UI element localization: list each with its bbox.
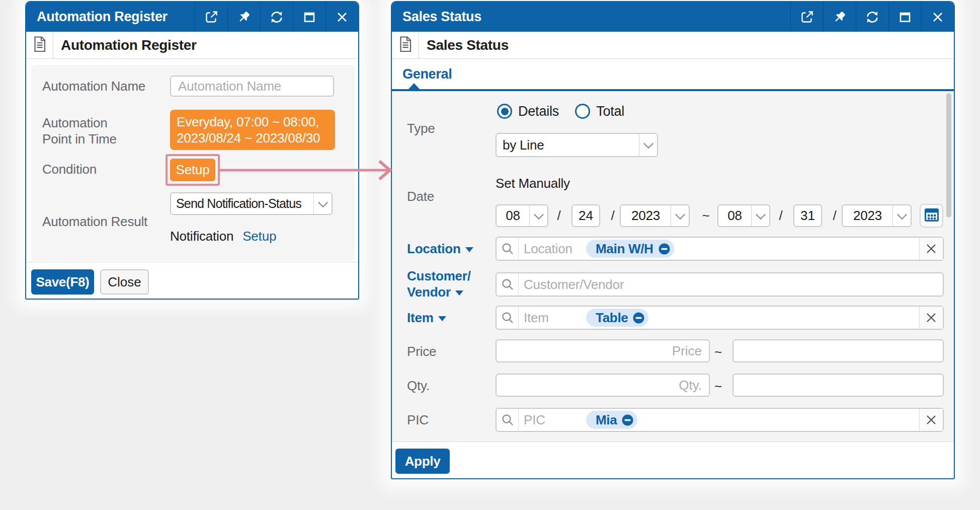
type-by-select[interactable]: by Line <box>496 133 658 157</box>
qty-label: Qty. <box>407 379 430 393</box>
tab-general[interactable]: General <box>392 66 452 82</box>
remove-tag-icon[interactable] <box>622 414 633 426</box>
automation-register-titlebar: Automation Register <box>26 2 358 32</box>
search-icon <box>500 241 515 256</box>
item-label[interactable]: Item <box>407 311 446 325</box>
automation-register-header-row: Automation Register <box>26 32 358 59</box>
from-month-select[interactable]: 08 <box>496 204 548 227</box>
open-new-window-button[interactable] <box>195 2 227 32</box>
document-icon <box>32 36 47 55</box>
from-year-select[interactable]: 2023 <box>620 204 690 227</box>
notification-setup-link[interactable]: Setup <box>242 229 276 244</box>
close-dialog-button[interactable]: Close <box>100 269 149 295</box>
search-icon-cell <box>497 273 519 296</box>
qty-from-input[interactable] <box>496 374 710 397</box>
point-in-time-label: Automation Point in Time <box>42 115 117 147</box>
from-day-input[interactable] <box>571 204 600 227</box>
search-icon-cell <box>497 409 519 431</box>
select-chevron-cell <box>313 193 332 214</box>
price-from-input[interactable] <box>496 339 710 362</box>
automation-point-in-time-value[interactable]: Everyday, 07:00 ~ 08:00, 2023/08/24 ~ 20… <box>170 110 335 150</box>
automation-register-form-panel: Automation Name Automation Point in Time… <box>31 65 355 261</box>
close-button[interactable] <box>921 2 954 32</box>
customer-vendor-label[interactable]: Customer/ Vendor <box>407 268 471 300</box>
sales-status-footer: Apply <box>392 442 954 478</box>
radio-details-label[interactable]: Details <box>518 104 559 119</box>
open-new-window-icon <box>203 9 219 25</box>
sales-status-titlebar: Sales Status <box>392 2 954 32</box>
item-clear-button[interactable] <box>919 307 943 329</box>
remove-tag-icon[interactable] <box>633 312 644 324</box>
chevron-down-icon <box>756 209 766 220</box>
search-icon-cell <box>497 238 519 260</box>
refresh-button[interactable] <box>260 2 293 32</box>
window-controls <box>790 2 954 32</box>
search-body: Item Table <box>519 307 919 329</box>
maximize-button[interactable] <box>888 2 921 32</box>
radio-details[interactable] <box>497 104 512 119</box>
radio-total[interactable] <box>575 104 590 119</box>
sales-status-tabbar: General <box>392 59 954 91</box>
radio-selected-dot <box>501 108 509 115</box>
remove-tag-icon[interactable] <box>659 243 670 255</box>
automation-name-input[interactable] <box>170 76 334 97</box>
pic-search-field[interactable]: PIC Mia <box>496 408 944 432</box>
label-dropdown-icon <box>438 316 446 321</box>
calendar-button[interactable] <box>920 204 943 228</box>
chevron-down-icon <box>643 138 654 149</box>
chevron-down-icon <box>534 209 544 220</box>
type-label: Type <box>407 121 435 135</box>
search-body: PIC Mia <box>519 409 919 431</box>
vertical-scrollbar-thumb[interactable] <box>946 93 951 217</box>
location-label[interactable]: Location <box>407 242 473 256</box>
document-icon-cell <box>392 32 419 58</box>
qty-to-input[interactable] <box>732 374 944 397</box>
pin-icon <box>236 9 252 25</box>
calendar-icon <box>924 207 939 225</box>
maximize-button[interactable] <box>293 2 325 32</box>
window-title: Automation Register <box>26 9 195 25</box>
location-search-field[interactable]: Location Main W/H <box>496 237 944 261</box>
condition-setup-button[interactable]: Setup <box>170 159 215 181</box>
pin-window-button[interactable] <box>227 2 260 32</box>
location-clear-button[interactable] <box>919 238 943 260</box>
close-button[interactable] <box>325 2 358 32</box>
document-icon-cell <box>26 32 53 58</box>
to-month-value: 08 <box>718 205 751 226</box>
save-button[interactable]: Save(F8) <box>31 269 94 295</box>
automation-result-select[interactable]: Send Notification-Status <box>170 192 333 215</box>
price-tilde: ~ <box>714 344 721 360</box>
price-to-input[interactable] <box>732 339 944 362</box>
apply-button[interactable]: Apply <box>395 449 450 474</box>
label-dropdown-icon <box>455 290 463 296</box>
select-chevron-cell <box>529 205 547 226</box>
customer-vendor-placeholder: Customer/Vendor <box>524 277 624 293</box>
to-day-input[interactable] <box>793 204 822 227</box>
to-year-select[interactable]: 2023 <box>842 204 912 227</box>
sales-status-dialog: Sales Status <box>391 1 955 479</box>
refresh-button[interactable] <box>856 2 888 32</box>
type-radio-group: Details Total <box>497 103 624 119</box>
pic-tag[interactable]: Mia <box>586 411 637 429</box>
document-icon <box>398 36 413 55</box>
clear-icon <box>925 413 938 426</box>
refresh-icon <box>268 9 285 26</box>
window-controls <box>195 2 358 32</box>
select-chevron-cell <box>751 205 769 226</box>
pin-icon <box>832 9 848 25</box>
open-new-window-button[interactable] <box>790 2 823 32</box>
maximize-icon <box>301 9 317 25</box>
notification-label: Notification <box>170 229 233 244</box>
item-search-field[interactable]: Item Table <box>496 306 944 330</box>
from-year-value: 2023 <box>621 205 671 226</box>
item-tag[interactable]: Table <box>586 309 648 327</box>
pic-clear-button[interactable] <box>919 409 943 431</box>
location-tag[interactable]: Main W/H <box>586 240 674 258</box>
notification-setup-line: Notification Setup <box>170 229 276 244</box>
radio-total-label[interactable]: Total <box>596 104 624 119</box>
customer-vendor-search-field[interactable]: Customer/Vendor <box>496 272 944 297</box>
to-month-select[interactable]: 08 <box>717 204 770 227</box>
pin-window-button[interactable] <box>823 2 856 32</box>
select-chevron-cell <box>892 205 911 226</box>
search-body: Location Main W/H <box>519 238 919 260</box>
